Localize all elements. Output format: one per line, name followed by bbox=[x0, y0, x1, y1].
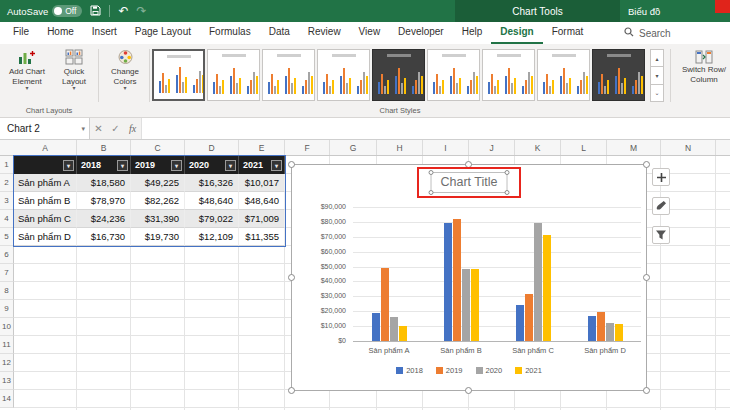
chart-style-thumbnail-2[interactable] bbox=[207, 49, 260, 101]
filter-dropdown-icon[interactable]: ▾ bbox=[63, 160, 74, 171]
tab-design[interactable]: Design bbox=[491, 22, 542, 44]
tab-file[interactable]: File bbox=[4, 22, 38, 44]
tab-home[interactable]: Home bbox=[38, 22, 83, 44]
table-header-cell-2019[interactable]: 2019▾ bbox=[131, 156, 185, 174]
product-name-cell[interactable]: Sản phẩm D bbox=[14, 228, 77, 246]
bar-2019-s-n-ph-m-a[interactable] bbox=[381, 268, 389, 341]
insert-function-button[interactable]: fx bbox=[124, 118, 141, 139]
tab-help[interactable]: Help bbox=[453, 22, 492, 44]
column-header-a[interactable]: A bbox=[14, 140, 77, 155]
filter-dropdown-icon[interactable]: ▾ bbox=[225, 160, 236, 171]
column-header-c[interactable]: C bbox=[131, 140, 185, 155]
value-cell[interactable]: $71,009 bbox=[239, 210, 285, 228]
resize-handle[interactable] bbox=[643, 161, 650, 168]
tab-data[interactable]: Data bbox=[260, 22, 299, 44]
column-header-l[interactable]: L bbox=[561, 140, 607, 155]
column-header-e[interactable]: E bbox=[239, 140, 285, 155]
value-cell[interactable]: $16,326 bbox=[185, 174, 239, 192]
chart-style-thumbnail-8[interactable] bbox=[537, 49, 590, 101]
resize-handle[interactable] bbox=[643, 274, 650, 281]
value-cell[interactable]: $82,262 bbox=[131, 192, 185, 210]
column-header-i[interactable]: I bbox=[423, 140, 469, 155]
bar-2020-s-n-ph-m-a[interactable] bbox=[390, 317, 398, 341]
bar-2018-s-n-ph-m-d[interactable] bbox=[588, 316, 596, 341]
tab-page-layout[interactable]: Page Layout bbox=[126, 22, 200, 44]
gallery-up-button[interactable]: ▴ bbox=[650, 49, 664, 67]
row-header-8[interactable]: 8 bbox=[0, 282, 14, 300]
filter-dropdown-icon[interactable]: ▾ bbox=[271, 160, 282, 171]
chart-style-thumbnail-3[interactable] bbox=[262, 49, 315, 101]
resize-handle[interactable] bbox=[288, 274, 295, 281]
table-header-cell-blank[interactable]: ▾ bbox=[14, 156, 77, 174]
chart-style-thumbnail-6[interactable] bbox=[427, 49, 480, 101]
enter-button[interactable]: ✓ bbox=[107, 118, 124, 139]
resize-handle[interactable] bbox=[465, 387, 472, 394]
embedded-chart[interactable]: Chart Title $0$10,000$20,000$30,000$40,0… bbox=[291, 164, 647, 391]
value-cell[interactable]: $16,730 bbox=[77, 228, 131, 246]
value-cell[interactable]: $10,017 bbox=[239, 174, 285, 192]
tab-view[interactable]: View bbox=[350, 22, 390, 44]
value-cell[interactable]: $49,225 bbox=[131, 174, 185, 192]
column-header-d[interactable]: D bbox=[185, 140, 239, 155]
chart-style-thumbnail-5[interactable] bbox=[372, 49, 425, 101]
product-name-cell[interactable]: Sản phẩm A bbox=[14, 174, 77, 192]
column-header-h[interactable]: H bbox=[377, 140, 423, 155]
tab-review[interactable]: Review bbox=[299, 22, 350, 44]
row-header-13[interactable]: 13 bbox=[0, 372, 14, 390]
row-header-9[interactable]: 9 bbox=[0, 300, 14, 318]
name-box[interactable]: Chart 2 ▾ bbox=[0, 118, 90, 139]
bar-2021-s-n-ph-m-a[interactable] bbox=[399, 326, 407, 341]
table-header-cell-2021[interactable]: 2021▾ bbox=[239, 156, 285, 174]
resize-handle[interactable] bbox=[288, 161, 295, 168]
value-cell[interactable]: $18,580 bbox=[77, 174, 131, 192]
bar-2019-s-n-ph-m-b[interactable] bbox=[453, 219, 461, 341]
filter-dropdown-icon[interactable]: ▾ bbox=[117, 160, 128, 171]
row-header-5[interactable]: 5 bbox=[0, 228, 14, 246]
quick-layout-button[interactable]: Quick Layout ▾ bbox=[53, 49, 95, 91]
row-header-7[interactable]: 7 bbox=[0, 264, 14, 282]
row-header-4[interactable]: 4 bbox=[0, 210, 14, 228]
table-header-cell-2020[interactable]: 2020▾ bbox=[185, 156, 239, 174]
row-header-3[interactable]: 3 bbox=[0, 192, 14, 210]
gallery-down-button[interactable]: ▾ bbox=[650, 66, 664, 84]
chart-filters-button[interactable] bbox=[652, 226, 670, 244]
chart-style-thumbnail-9[interactable] bbox=[592, 49, 645, 101]
column-header-n[interactable]: N bbox=[661, 140, 716, 155]
change-colors-button[interactable]: Change Colors ▾ bbox=[102, 49, 148, 91]
close-button[interactable] bbox=[715, 0, 730, 13]
tab-insert[interactable]: Insert bbox=[83, 22, 126, 44]
save-icon[interactable] bbox=[90, 5, 101, 18]
chart-styles-button[interactable] bbox=[652, 197, 670, 215]
bar-2018-s-n-ph-m-b[interactable] bbox=[444, 223, 452, 341]
chart-elements-button[interactable] bbox=[652, 168, 670, 186]
bar-2021-s-n-ph-m-b[interactable] bbox=[471, 269, 479, 341]
legend-item-2019[interactable]: 2019 bbox=[436, 366, 463, 375]
row-header-14[interactable]: 14 bbox=[0, 390, 14, 408]
legend-item-2021[interactable]: 2021 bbox=[515, 366, 542, 375]
tab-developer[interactable]: Developer bbox=[389, 22, 453, 44]
bar-2018-s-n-ph-m-a[interactable] bbox=[372, 313, 380, 341]
resize-handle[interactable] bbox=[643, 387, 650, 394]
value-cell[interactable]: $24,236 bbox=[77, 210, 131, 228]
product-name-cell[interactable]: Sản phẩm B bbox=[14, 192, 77, 210]
undo-icon[interactable]: ↶ bbox=[118, 5, 128, 17]
bar-2020-s-n-ph-m-c[interactable] bbox=[534, 223, 542, 341]
bar-2021-s-n-ph-m-d[interactable] bbox=[615, 324, 623, 341]
column-header-k[interactable]: K bbox=[515, 140, 561, 155]
tab-formulas[interactable]: Formulas bbox=[200, 22, 260, 44]
bar-2019-s-n-ph-m-c[interactable] bbox=[525, 294, 533, 341]
gallery-more-button[interactable]: ⌄ bbox=[650, 84, 664, 102]
add-chart-element-button[interactable]: Add Chart Element ▾ bbox=[4, 49, 50, 91]
table-header-cell-2018[interactable]: 2018▾ bbox=[77, 156, 131, 174]
search-box[interactable]: Search bbox=[624, 22, 671, 44]
filter-dropdown-icon[interactable]: ▾ bbox=[171, 160, 182, 171]
chart-style-thumbnail-1[interactable] bbox=[152, 49, 205, 101]
row-header-12[interactable]: 12 bbox=[0, 354, 14, 372]
row-header-6[interactable]: 6 bbox=[0, 246, 14, 264]
row-header-2[interactable]: 2 bbox=[0, 174, 14, 192]
column-header-f[interactable]: F bbox=[285, 140, 330, 155]
value-cell[interactable]: $48,640 bbox=[185, 192, 239, 210]
bar-2019-s-n-ph-m-d[interactable] bbox=[597, 312, 605, 341]
column-header-m[interactable]: M bbox=[607, 140, 661, 155]
resize-handle[interactable] bbox=[288, 387, 295, 394]
